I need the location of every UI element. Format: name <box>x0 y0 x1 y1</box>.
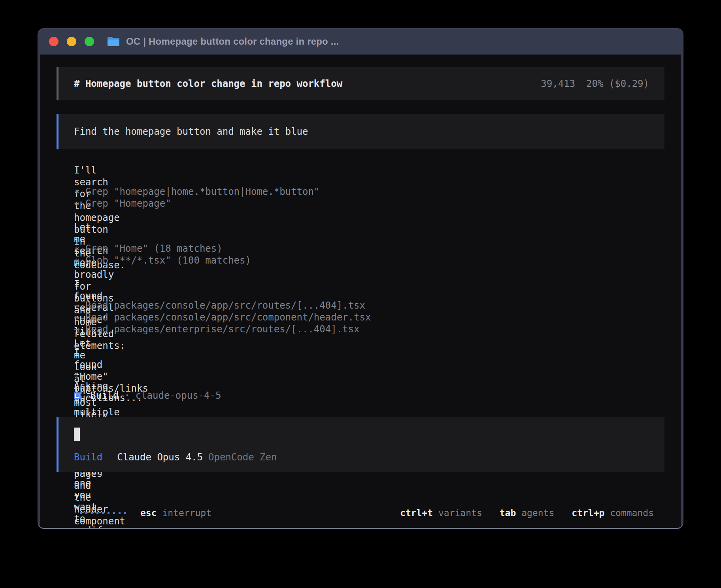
titlebar: OC | Homepage button color change in rep… <box>38 28 683 55</box>
window-title: OC | Homepage button color change in rep… <box>126 36 339 47</box>
prompt-meta: BuildClaude Opus 4.5OpenCode Zen <box>74 451 649 463</box>
tool-call-grep: ∗ Grep "Home" (18 matches) <box>74 243 647 254</box>
prompt-agent[interactable]: Build <box>74 451 102 463</box>
agent-status: Build · claude-opus-4-5 <box>74 390 647 401</box>
agent-build-icon <box>74 392 81 399</box>
agent-label: Build <box>90 390 119 401</box>
agent-model: claude-opus-4-5 <box>136 390 221 401</box>
shortcuts-right: ctrl+t variants tab agents ctrl+p comman… <box>400 507 654 519</box>
session-title: # Homepage button color change in repo w… <box>74 78 342 90</box>
text-cursor <box>74 428 80 441</box>
status-bar: esc interrupt ctrl+t variants tab agents… <box>57 503 664 528</box>
assistant-messages: I'll search for the homepage button in t… <box>57 164 647 417</box>
shortcut-agents: tab agents <box>500 507 555 519</box>
token-count: 39,413 <box>541 78 575 89</box>
close-button[interactable] <box>49 37 59 46</box>
tool-call-grep: ∗ Grep "Homepage" <box>74 198 647 209</box>
working-spinner-dots <box>80 512 126 514</box>
agent-separator: · <box>124 390 130 401</box>
assistant-text: Let me search more broadly for buttons a… <box>74 221 83 231</box>
minimize-button[interactable] <box>67 37 76 46</box>
session-header: # Homepage button color change in repo w… <box>57 67 664 100</box>
folder-icon <box>107 36 120 47</box>
user-message: Find the homepage button and make it blu… <box>57 114 664 149</box>
shortcut-variants: ctrl+t variants <box>400 507 482 519</box>
context-usage: 20% ($0.29) <box>586 78 649 89</box>
terminal-content: # Homepage button color change in repo w… <box>40 55 681 528</box>
tool-call-read: → Read packages/console/app/src/routes/[… <box>74 300 647 311</box>
prompt-provider: OpenCode Zen <box>208 451 277 463</box>
prompt-input[interactable]: BuildClaude Opus 4.5OpenCode Zen <box>57 417 664 472</box>
terminal-window: OC | Homepage button color change in rep… <box>38 28 683 529</box>
tool-call-read: → Read packages/console/app/src/componen… <box>74 311 647 323</box>
assistant-text: I'll search for the homepage button in t… <box>74 164 83 174</box>
zoom-button[interactable] <box>85 37 94 46</box>
tool-call-read: → Read packages/enterprise/src/routes/[.… <box>74 323 647 335</box>
shortcut-commands: ctrl+p commands <box>572 507 654 519</box>
tool-call-glob: ∗ Glob "**/*.tsx" (100 matches) <box>74 254 647 266</box>
user-message-text: Find the homepage button and make it blu… <box>74 126 308 138</box>
tool-call-grep: ∗ Grep "homepage|home.*button|Home.*butt… <box>74 186 647 198</box>
shortcut-interrupt: esc interrupt <box>140 507 211 519</box>
prompt-model[interactable]: Claude Opus 4.5 <box>117 451 203 463</box>
traffic-lights <box>49 37 94 46</box>
session-stats: 39,41320% ($0.29) <box>541 78 649 90</box>
